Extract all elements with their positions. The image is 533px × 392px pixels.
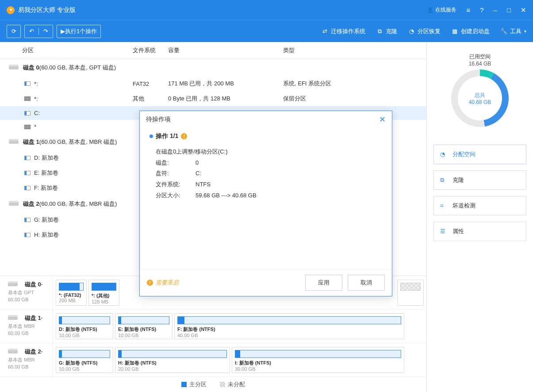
partition-row[interactable]: *: 其他 0 Byte 已用，共 128 MB 保留分区 xyxy=(0,91,426,106)
total-label: 总共 xyxy=(469,92,491,99)
map-partition[interactable]: F: 新加卷 (NTFS) 40.00 GB xyxy=(174,313,404,339)
legend: 主分区 未分配 xyxy=(0,377,426,392)
online-service-button[interactable]: 👤 在线服务 xyxy=(427,6,456,14)
wrench-icon: 🔧 xyxy=(500,28,507,35)
operation-description: 在磁盘0上调整/移动分区(C:) xyxy=(156,146,382,158)
maximize-button[interactable]: □ xyxy=(507,6,511,14)
clone-button[interactable]: ⧉ 克隆 xyxy=(376,27,397,35)
kv-letter-value: C: xyxy=(196,168,201,179)
minimize-button[interactable]: – xyxy=(494,6,497,14)
execute-button[interactable]: ▶ 执行1个操作 xyxy=(57,25,101,38)
help-icon: ? xyxy=(480,6,483,14)
pie-icon: ◔ xyxy=(440,151,447,158)
support-icon: 👤 xyxy=(427,7,433,13)
th-partition: 分区 xyxy=(0,46,133,54)
th-type: 类型 xyxy=(283,46,426,54)
map-partition[interactable]: I: 新加卷 (NTFS) 30.00 GB xyxy=(232,347,404,373)
undo-redo-group: ↶ ↷ xyxy=(24,25,53,38)
partition-icon xyxy=(24,96,31,101)
total-value: 40.68 GB xyxy=(469,99,491,105)
used-space-label: 已用空间 xyxy=(451,53,509,61)
partition-row[interactable]: *: FAT32 171 MB 已用，共 200 MB 系统, EFI 系统分区 xyxy=(0,76,426,91)
map-partition[interactable]: E: 新加卷 (NTFS) 10.00 GB xyxy=(115,313,173,339)
map-disk-label[interactable]: 磁盘 1· 基本盘 MBR 60.00 GB xyxy=(0,310,53,343)
disk-map-row: 磁盘 2· 基本盘 MBR 60.00 GB G: 新加卷 (NTFS) 10.… xyxy=(0,343,426,377)
disk-icon xyxy=(9,202,19,206)
th-filesystem: 文件系统 xyxy=(133,46,168,54)
recover-icon: ◔ xyxy=(408,28,415,35)
minimize-icon: – xyxy=(494,6,497,14)
map-disk-label[interactable]: 磁盘 0· 基本盘 GPT 60.00 GB xyxy=(0,276,53,309)
dialog-close-button[interactable]: ✕ xyxy=(379,115,386,123)
app-title: 易我分区大师 专业版 xyxy=(18,6,427,14)
map-partition[interactable]: G: 新加卷 (NTFS) 10.00 GB xyxy=(56,347,113,373)
partition-icon xyxy=(24,171,31,175)
menu-button[interactable]: ≡ xyxy=(466,6,470,14)
kv-size-value: 59.68 GB ---> 40.68 GB xyxy=(196,190,257,201)
bullet-icon xyxy=(150,135,153,138)
warning-icon: ! xyxy=(181,133,187,139)
map-unallocated[interactable] xyxy=(397,280,424,306)
bootdisk-icon: ▦ xyxy=(451,28,458,35)
help-button[interactable]: ? xyxy=(480,6,483,14)
partition-icon xyxy=(24,125,31,129)
kv-disk-value: 0 xyxy=(196,158,199,169)
map-partition[interactable]: *: (其他) 128 MB xyxy=(88,280,119,306)
warning-icon: ! xyxy=(147,280,153,286)
allocate-space-button[interactable]: ◔ 分配空间 xyxy=(433,145,526,164)
partition-recovery-button[interactable]: ◔ 分区恢复 xyxy=(408,27,441,35)
app-logo-icon xyxy=(7,6,15,14)
kv-fs-label: 文件系统: xyxy=(156,179,196,190)
close-button[interactable]: ✕ xyxy=(521,6,526,14)
partition-icon xyxy=(24,233,31,237)
partition-icon xyxy=(24,81,31,86)
partition-icon xyxy=(24,218,31,222)
map-partition[interactable]: *: (FAT32) 200 MB xyxy=(56,280,87,306)
clone-icon: ⧉ xyxy=(376,28,383,35)
kv-fs-value: NTFS xyxy=(196,179,211,190)
partition-icon xyxy=(24,186,31,190)
th-capacity: 容量 xyxy=(168,46,283,54)
dialog-title: 待操作项 xyxy=(146,115,171,123)
properties-button[interactable]: ☰ 属性 xyxy=(433,222,526,241)
disk-icon xyxy=(9,140,19,144)
right-panel: 已用空间 16.64 GB 总共 40.68 GB ◔ 分配空间 ⧉ 克隆 ⌗ … xyxy=(427,42,533,392)
table-header: 分区 文件系统 容量 类型 xyxy=(0,42,426,59)
donut-chart: 总共 40.68 GB xyxy=(451,69,509,127)
apply-button[interactable]: 应用 xyxy=(305,275,342,291)
kv-size-label: 分区大小: xyxy=(156,190,196,201)
disk-icon xyxy=(8,350,18,354)
kv-letter-label: 盘符: xyxy=(156,168,196,179)
close-icon: ✕ xyxy=(521,6,526,14)
legend-unalloc-label: 未分配 xyxy=(228,380,245,388)
partition-icon xyxy=(24,111,31,115)
refresh-button[interactable]: ⟳ xyxy=(7,25,21,38)
legend-unalloc-icon xyxy=(220,382,225,387)
legend-primary-icon xyxy=(181,382,187,387)
undo-button[interactable]: ↶ xyxy=(25,28,38,35)
cancel-button[interactable]: 取消 xyxy=(348,275,385,291)
disk-map-row: 磁盘 1· 基本盘 MBR 60.00 GB D: 新加卷 (NTFS) 10.… xyxy=(0,310,426,343)
toolbar: ⟳ ↶ ↷ ▶ 执行1个操作 ⇄ 迁移操作系统 ⧉ 克隆 ◔ 分区恢复 ▦ 创建… xyxy=(0,20,533,42)
disk-row[interactable]: 磁盘 0 (60.00 GB, 基本盘, GPT 磁盘) xyxy=(0,59,426,76)
used-space-value: 16.64 GB xyxy=(451,61,509,67)
kv-disk-label: 磁盘: xyxy=(156,158,196,169)
surface-test-button[interactable]: ⌗ 坏道检测 xyxy=(433,196,526,215)
tools-button[interactable]: 🔧 工具 ▾ xyxy=(500,27,526,35)
clone-icon: ⧉ xyxy=(440,177,447,184)
redo-button[interactable]: ↷ xyxy=(38,28,53,35)
map-partition[interactable]: H: 新加卷 (NTFS) 20.00 GB xyxy=(115,347,230,373)
legend-primary-label: 主分区 xyxy=(189,380,207,388)
titlebar: 易我分区大师 专业版 👤 在线服务 ≡ ? – □ ✕ xyxy=(0,0,533,20)
play-icon: ▶ xyxy=(61,28,65,35)
disk-icon xyxy=(8,316,18,320)
clone-action-button[interactable]: ⧉ 克隆 xyxy=(433,170,526,190)
create-boot-disk-button[interactable]: ▦ 创建启动盘 xyxy=(451,27,490,35)
disk-icon xyxy=(8,283,18,286)
pending-operations-dialog: 待操作项 ✕ 操作 1/1 ! 在磁盘0上调整/移动分区(C:) 磁盘:0 盘符… xyxy=(139,111,392,296)
migrate-os-button[interactable]: ⇄ 迁移操作系统 xyxy=(321,27,365,35)
map-disk-label[interactable]: 磁盘 2· 基本盘 MBR 60.00 GB xyxy=(0,343,53,377)
operation-header: 操作 1/1 xyxy=(156,132,178,140)
scan-icon: ⌗ xyxy=(440,202,447,209)
map-partition[interactable]: D: 新加卷 (NTFS) 10.00 GB xyxy=(56,313,113,339)
